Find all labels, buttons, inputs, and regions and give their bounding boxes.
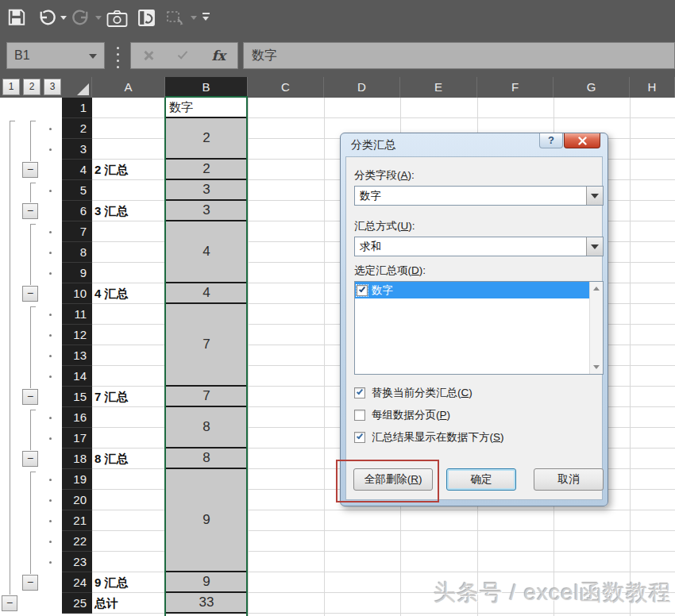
more-commands-icon[interactable] <box>202 13 210 21</box>
cell-b19[interactable]: 9 <box>166 469 247 572</box>
outline-detail-dot <box>49 334 52 337</box>
column-header-h[interactable]: H <box>630 77 675 98</box>
collapse-button-row-15[interactable]: − <box>22 389 38 405</box>
row-header-7[interactable]: 7 <box>62 221 92 242</box>
field-dropdown-icon[interactable] <box>586 187 603 205</box>
column-header-e[interactable]: E <box>400 77 477 98</box>
outline-level-button-2[interactable]: 2 <box>23 79 40 95</box>
checkbox-icon[interactable] <box>357 285 368 296</box>
camera-icon[interactable] <box>106 10 128 28</box>
insert-function-icon[interactable]: fx <box>211 48 225 64</box>
row-header-21[interactable]: 21 <box>62 510 92 531</box>
name-box-dropdown-icon[interactable] <box>89 54 97 59</box>
row-header-24[interactable]: 24 <box>62 572 92 593</box>
formula-input[interactable]: 数字 <box>243 42 675 69</box>
outline-detail-dot <box>49 499 52 502</box>
summary-below-checkbox[interactable]: 汇总结果显示在数据下方(S) <box>354 430 504 445</box>
row-header-22[interactable]: 22 <box>62 531 92 552</box>
column-header-b[interactable]: B <box>165 77 248 98</box>
list-item-数字[interactable]: 数字 <box>355 282 603 298</box>
cell-b6[interactable]: 3 <box>166 201 247 221</box>
row-header-17[interactable]: 17 <box>62 428 92 449</box>
row-header-8[interactable]: 8 <box>62 242 92 263</box>
row-header-4[interactable]: 4 <box>62 160 92 180</box>
method-combobox[interactable]: 求和 <box>354 237 604 256</box>
column-header-d[interactable]: D <box>324 77 400 98</box>
select-all-corner[interactable] <box>62 77 92 98</box>
row-header-20[interactable]: 20 <box>62 490 92 510</box>
ok-button[interactable]: 确定 <box>446 468 516 491</box>
redo-dropdown-icon <box>95 16 102 20</box>
summary-label-row-25: 总计 <box>94 593 118 614</box>
save-icon[interactable] <box>6 7 27 28</box>
confirm-entry-icon[interactable] <box>178 49 187 60</box>
cancel-button[interactable]: 取消 <box>534 468 604 491</box>
collapse-button-row-4[interactable]: − <box>22 162 38 178</box>
row-header-19[interactable]: 19 <box>62 469 92 490</box>
field-combobox[interactable]: 数字 <box>354 186 604 206</box>
cell-b7[interactable]: 4 <box>166 221 247 283</box>
cell-b15[interactable]: 7 <box>166 387 247 407</box>
row-header-18[interactable]: 18 <box>62 449 92 469</box>
row-header-6[interactable]: 6 <box>62 201 92 221</box>
row-header-16[interactable]: 16 <box>62 407 92 428</box>
cell-b4[interactable]: 2 <box>166 160 247 180</box>
replace-current-checkbox[interactable]: 替换当前分类汇总(C) <box>354 386 472 400</box>
checkbox-icon[interactable] <box>354 432 365 443</box>
listbox-scrollbar[interactable] <box>589 282 603 374</box>
checkbox-icon[interactable] <box>354 387 365 398</box>
column-header-f[interactable]: F <box>477 77 554 98</box>
outline-level-button-3[interactable]: 3 <box>44 79 61 95</box>
row-header-13[interactable]: 13 <box>62 345 92 366</box>
row-header-2[interactable]: 2 <box>62 118 92 139</box>
method-dropdown-icon[interactable] <box>586 237 603 256</box>
summary-label-row-4: 2 汇总 <box>94 160 129 180</box>
formula-bar-separator <box>117 47 119 72</box>
row-header-23[interactable]: 23 <box>62 552 92 572</box>
row-header-15[interactable]: 15 <box>62 387 92 407</box>
scroll-up-icon[interactable] <box>593 287 600 291</box>
name-box[interactable]: B1 <box>6 42 105 69</box>
row-header-5[interactable]: 5 <box>62 180 92 201</box>
method-combobox-value: 求和 <box>360 237 381 256</box>
page-break-checkbox[interactable]: 每组数据分页(P) <box>354 408 450 422</box>
undo-icon[interactable] <box>37 8 56 28</box>
row-header-3[interactable]: 3 <box>62 139 92 160</box>
column-header-c[interactable]: C <box>248 77 324 98</box>
row-header-9[interactable]: 9 <box>62 263 92 283</box>
cell-b16[interactable]: 8 <box>166 407 247 449</box>
collapse-button-row-10[interactable]: − <box>22 286 38 302</box>
scroll-down-icon[interactable] <box>593 365 600 369</box>
subtotal-items-listbox[interactable]: 数字 <box>354 281 604 375</box>
cell-b10[interactable]: 4 <box>166 283 247 304</box>
row-header-25[interactable]: 25 <box>62 593 92 614</box>
row-header-10[interactable]: 10 <box>62 283 92 304</box>
cell-b11[interactable]: 7 <box>166 304 247 387</box>
row-header-11[interactable]: 11 <box>62 304 92 325</box>
cell-b1[interactable]: 数字 <box>166 98 247 118</box>
collapse-button-row-25[interactable]: − <box>2 595 17 611</box>
outline-level-button-1[interactable]: 1 <box>2 79 20 95</box>
cancel-entry-icon[interactable] <box>143 50 154 61</box>
cell-b5[interactable]: 3 <box>166 180 247 201</box>
outline-bracket-2-tick <box>30 306 36 307</box>
collapse-button-row-6[interactable]: − <box>22 203 38 219</box>
column-header-g[interactable]: G <box>554 77 630 98</box>
outline-detail-dot <box>49 417 52 419</box>
collapse-button-row-18[interactable]: − <box>22 451 38 467</box>
row-header-1[interactable]: 1 <box>62 98 92 118</box>
gridline-vertical <box>630 98 631 616</box>
close-button[interactable] <box>564 133 600 148</box>
row-header-14[interactable]: 14 <box>62 366 92 387</box>
switch-view-icon[interactable] <box>137 8 156 28</box>
help-button[interactable]: ? <box>539 133 563 148</box>
row-header-12[interactable]: 12 <box>62 325 92 345</box>
cell-b25[interactable]: 33 <box>166 593 247 614</box>
column-header-a[interactable]: A <box>92 77 165 98</box>
cell-b24[interactable]: 9 <box>166 572 247 593</box>
undo-dropdown-icon[interactable] <box>60 16 67 20</box>
checkbox-icon[interactable] <box>354 410 365 421</box>
collapse-button-row-24[interactable]: − <box>22 575 38 591</box>
cell-b18[interactable]: 8 <box>166 449 247 469</box>
cell-b2[interactable]: 2 <box>166 118 247 160</box>
